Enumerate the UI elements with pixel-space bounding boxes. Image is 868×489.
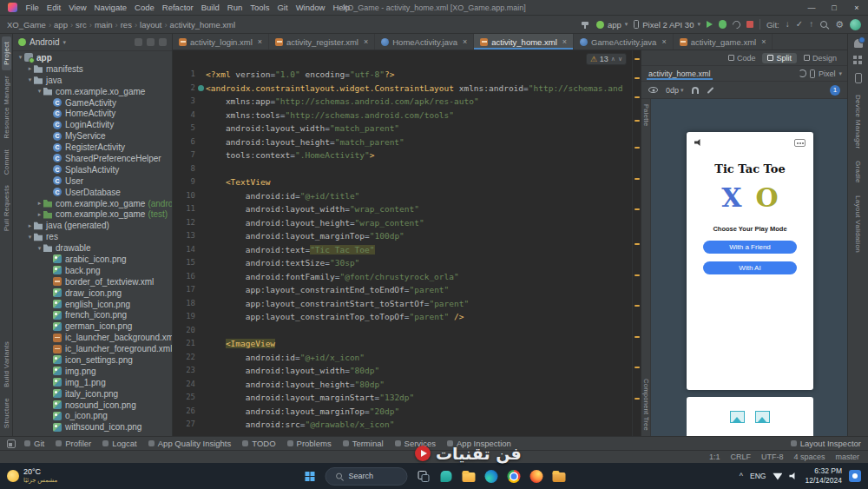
- next-warning-icon[interactable]: ∨: [618, 56, 622, 63]
- bell-icon[interactable]: [854, 39, 863, 48]
- hidden-icons-chevron[interactable]: ^: [740, 472, 743, 480]
- explorer-icon[interactable]: [459, 467, 477, 486]
- tree-item[interactable]: img.png: [13, 366, 172, 377]
- menu-build[interactable]: Build: [197, 3, 223, 12]
- settings-gear-icon[interactable]: ⚙: [835, 20, 844, 30]
- tree-item[interactable]: CMyService: [13, 130, 172, 142]
- device-selector[interactable]: Pixel 2 API 30▾: [634, 20, 700, 30]
- layout-inspector-button[interactable]: Layout Inspector: [791, 439, 861, 448]
- chat-icon[interactable]: [437, 467, 455, 486]
- tree-item[interactable]: back.png: [13, 265, 172, 276]
- tree-item[interactable]: german_icon.png: [13, 320, 172, 332]
- tool-button-commit[interactable]: Commit: [2, 144, 11, 180]
- issue-badge[interactable]: 1: [830, 85, 840, 96]
- folder-icon[interactable]: [549, 467, 568, 486]
- tree-item[interactable]: ▾res: [13, 231, 172, 242]
- select-opened-file-icon[interactable]: [135, 38, 142, 46]
- tool-button-device-manager[interactable]: Device Manager: [854, 95, 862, 149]
- tree-item[interactable]: icon_settings.png: [13, 354, 172, 366]
- magnet-icon[interactable]: [692, 87, 699, 94]
- tree-item[interactable]: ▸com.example.xo_game (androidTest): [13, 198, 172, 209]
- tree-item[interactable]: withsound_icon.png: [13, 421, 172, 433]
- profiler-button[interactable]: [731, 19, 742, 30]
- menu-tools[interactable]: Tools: [247, 3, 273, 12]
- git-update-icon[interactable]: ↓: [786, 20, 790, 29]
- editor-tab[interactable]: activity_game.xml×: [674, 34, 773, 50]
- tool-button-structure[interactable]: Structure: [2, 393, 11, 433]
- tree-item[interactable]: arabic_icon.png: [13, 254, 172, 265]
- edge-icon[interactable]: [482, 467, 500, 486]
- stop-button[interactable]: [746, 21, 753, 28]
- search-everywhere-icon[interactable]: [819, 20, 829, 30]
- breadcrumb-item[interactable]: activity_home.xml: [170, 20, 236, 30]
- minimize-button[interactable]: —: [800, 0, 823, 15]
- tool-button-build-variants[interactable]: Build Variants: [2, 336, 11, 393]
- tree-item[interactable]: CGameActivity: [13, 97, 172, 109]
- menu-code[interactable]: Code: [131, 3, 159, 12]
- run-config-selector[interactable]: app▾: [596, 20, 628, 30]
- tree-item[interactable]: CUserDatabase: [13, 187, 172, 198]
- tool-git[interactable]: Git: [24, 439, 44, 448]
- editor-code[interactable]: <?xml version="1.0" encoding="utf-8"?><a…: [206, 68, 632, 436]
- taskbar-search[interactable]: Search: [326, 467, 408, 486]
- tree-item[interactable]: ▸com.example.xo_game (test): [13, 208, 172, 220]
- tree-item[interactable]: ic_launcher_foreground.xml: [13, 343, 172, 354]
- tool-app-quality-insights[interactable]: App Quality Insights: [148, 439, 232, 448]
- design-canvas[interactable]: Tic Tac Toe X O Choose Your Play Mode Wi…: [651, 99, 847, 436]
- tree-item[interactable]: img_1.png: [13, 377, 172, 388]
- phone-icon[interactable]: [855, 73, 862, 83]
- default-margins-selector[interactable]: 0dp▾: [666, 86, 684, 95]
- tool-terminal[interactable]: Terminal: [343, 439, 384, 448]
- menu-window[interactable]: Window: [292, 3, 329, 12]
- prev-warning-icon[interactable]: ∧: [611, 56, 615, 63]
- git-push-icon[interactable]: ↑: [809, 20, 813, 29]
- tree-item[interactable]: ▸manifests: [13, 63, 172, 75]
- line-separator[interactable]: CRLF: [730, 453, 751, 461]
- tree-item[interactable]: o_icon.png: [13, 411, 172, 422]
- tree-item[interactable]: ▾drawable: [13, 242, 172, 254]
- language-indicator[interactable]: ENG: [750, 472, 766, 480]
- menu-navigate[interactable]: Navigate: [90, 3, 131, 12]
- tool-todo[interactable]: TODO: [242, 439, 275, 448]
- editor-scrollbar[interactable]: [632, 50, 641, 436]
- close-button[interactable]: ×: [845, 0, 868, 15]
- tool-button-pull-requests[interactable]: Pull Requests: [2, 180, 11, 236]
- breadcrumb-item[interactable]: app: [54, 20, 68, 30]
- tree-item[interactable]: border_of_textview.xml: [13, 276, 172, 287]
- tree-item[interactable]: CUser: [13, 175, 172, 187]
- menu-refactor[interactable]: Refactor: [158, 3, 197, 12]
- close-tab-icon[interactable]: ×: [562, 37, 567, 46]
- tree-item[interactable]: CSharedPreferenceHelper: [13, 153, 172, 164]
- pen-icon[interactable]: [707, 87, 713, 94]
- volume-icon[interactable]: [789, 472, 798, 480]
- inspections-widget[interactable]: ⚠ 13 ∧ ∨: [586, 53, 627, 65]
- breadcrumb-item[interactable]: layout: [140, 20, 161, 30]
- editor-tab[interactable]: activity_login.xml×: [173, 34, 269, 50]
- close-tab-icon[interactable]: ×: [661, 37, 666, 46]
- breadcrumb-item[interactable]: res: [121, 20, 132, 30]
- debug-button[interactable]: [719, 20, 727, 29]
- tree-item[interactable]: italy_icon.png: [13, 388, 172, 400]
- palette-tab[interactable]: Palette: [642, 104, 650, 126]
- tool-button-layout-validation[interactable]: Layout Validation: [854, 195, 862, 253]
- maximize-button[interactable]: □: [823, 0, 845, 15]
- notification-center-button[interactable]: [849, 470, 861, 482]
- tree-item[interactable]: french_icon.png: [13, 309, 172, 320]
- close-tab-icon[interactable]: ×: [463, 37, 467, 46]
- tree-item[interactable]: ▸java (generated): [13, 220, 172, 231]
- tool-button-project[interactable]: Project: [2, 36, 11, 70]
- menu-edit[interactable]: Edit: [43, 3, 64, 12]
- git-branch[interactable]: master: [835, 453, 859, 461]
- indent-style[interactable]: 4 spaces: [793, 453, 825, 461]
- weather-widget[interactable]: 20°C مشمس جزئيًا: [7, 467, 57, 484]
- code-editor[interactable]: 1234567891011121314151617181920212223242…: [173, 50, 641, 436]
- chrome-icon[interactable]: [504, 467, 523, 486]
- project-view-selector[interactable]: Android: [30, 37, 59, 47]
- component-tree-tab[interactable]: Component Tree: [642, 379, 650, 431]
- tool-profiler[interactable]: Profiler: [56, 439, 91, 448]
- git-commit-icon[interactable]: ✓: [796, 20, 803, 29]
- wifi-icon[interactable]: [773, 472, 782, 480]
- breadcrumb-item[interactable]: src: [76, 20, 87, 30]
- tool-window-switcher-icon[interactable]: [7, 439, 16, 448]
- collapse-all-icon[interactable]: [147, 38, 155, 46]
